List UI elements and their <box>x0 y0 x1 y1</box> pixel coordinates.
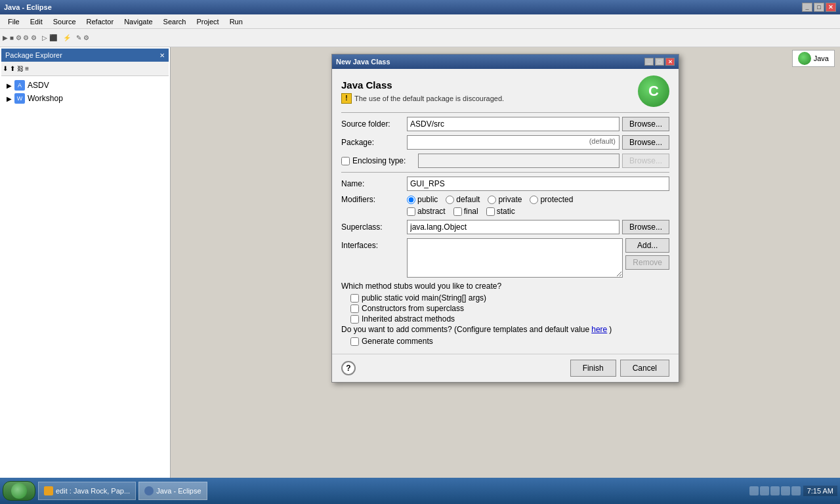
sidebar-toolbar: ⬇ ⬆ ⛓ ≡ <box>1 62 169 76</box>
package-row: Package: (default) Browse... <box>341 135 669 150</box>
modifier-final[interactable]: final <box>453 207 478 216</box>
menu-edit[interactable]: Edit <box>25 16 48 27</box>
menu-source[interactable]: Source <box>48 16 81 27</box>
tray-icon-4 <box>781 486 790 495</box>
interfaces-list[interactable] <box>407 238 623 278</box>
enclosing-type-checkbox[interactable] <box>341 157 350 165</box>
interfaces-add[interactable]: Add... <box>625 238 669 253</box>
help-button[interactable]: ? <box>341 361 356 375</box>
dialog-title-buttons: _ □ ✕ <box>644 58 675 66</box>
menu-search[interactable]: Search <box>158 16 192 27</box>
menu-project[interactable]: Project <box>191 16 224 27</box>
tree-item-asdv-label: ASDV <box>28 81 49 90</box>
dialog-header-title: Java Class <box>341 79 504 91</box>
modifier-abstract-label: abstract <box>417 207 446 216</box>
tree-item-workshop-label: Workshop <box>28 94 63 103</box>
modifier-static-check[interactable] <box>486 207 495 216</box>
stub-constructor-label: Constructors from superclass <box>362 304 464 313</box>
superclass-input[interactable] <box>407 220 620 234</box>
enclosing-type-field <box>418 154 620 168</box>
interfaces-label: Interfaces: <box>341 238 407 250</box>
stub-abstract-check[interactable] <box>350 315 359 324</box>
dialog-close[interactable]: ✕ <box>665 58 675 66</box>
cancel-button[interactable]: Cancel <box>620 360 669 377</box>
separator-2 <box>341 172 669 173</box>
clock: 7:15 AM <box>803 486 837 496</box>
modifier-default[interactable]: default <box>446 195 480 204</box>
name-field <box>407 177 669 191</box>
name-input[interactable] <box>407 177 669 191</box>
finish-button[interactable]: Finish <box>570 360 616 377</box>
package-input[interactable] <box>407 135 620 150</box>
modifier-public-radio[interactable] <box>407 196 415 204</box>
tree-item-workshop[interactable]: ▶ W Workshop <box>4 92 166 105</box>
package-field: (default) <box>407 135 620 150</box>
menu-refactor[interactable]: Refactor <box>81 16 119 27</box>
comments-row: Do you want to add comments? (Configure … <box>341 325 669 334</box>
source-folder-row: Source folder: Browse... <box>341 117 669 131</box>
modifier-protected[interactable]: protected <box>530 195 573 204</box>
dialog-content: Java Class ! The use of the default pack… <box>332 69 679 354</box>
dialog-overlay: New Java Class _ □ ✕ Java Class ! <box>171 47 840 478</box>
interfaces-container: Add... Remove <box>407 238 669 278</box>
package-label: Package: <box>341 138 407 147</box>
enclosing-browse[interactable]: Browse... <box>622 154 669 168</box>
superclass-label: Superclass: <box>341 222 407 232</box>
menu-file[interactable]: File <box>3 16 25 27</box>
dialog-title: New Java Class <box>336 58 644 66</box>
modifier-private[interactable]: private <box>488 195 522 204</box>
modifier-public-label: public <box>417 195 438 204</box>
footer-buttons: Finish Cancel <box>570 360 669 377</box>
here-link[interactable]: here <box>591 325 607 334</box>
sys-tray <box>749 486 801 495</box>
maximize-button[interactable]: □ <box>814 3 824 12</box>
minimize-button[interactable]: _ <box>802 3 812 12</box>
modifier-protected-radio[interactable] <box>530 196 538 204</box>
modifiers-label: Modifiers: <box>341 195 407 204</box>
eclipse-icon <box>144 486 154 495</box>
superclass-field <box>407 220 620 234</box>
start-logo <box>11 483 27 499</box>
modifier-static[interactable]: static <box>486 207 515 216</box>
dialog-maximize[interactable]: □ <box>655 58 664 66</box>
sidebar-header: Package Explorer ✕ <box>1 49 169 62</box>
interfaces-buttons: Add... Remove <box>625 238 669 278</box>
stub-constructor-check[interactable] <box>350 304 359 313</box>
modifier-static-label: static <box>497 207 515 216</box>
package-browse[interactable]: Browse... <box>622 135 669 150</box>
modifier-abstract-check[interactable] <box>407 207 415 216</box>
source-folder-input[interactable] <box>407 117 620 131</box>
modifier-abstract[interactable]: abstract <box>407 207 446 216</box>
menu-navigate[interactable]: Navigate <box>119 16 158 27</box>
menu-run[interactable]: Run <box>224 16 248 27</box>
modifier-protected-label: protected <box>540 195 573 204</box>
tray-icon-5 <box>791 486 801 495</box>
interfaces-remove[interactable]: Remove <box>625 255 669 270</box>
stub-main-check[interactable] <box>350 294 359 303</box>
start-button[interactable] <box>3 481 35 501</box>
sidebar-content: ▶ A ASDV ▶ W Workshop <box>1 76 169 108</box>
dialog-minimize[interactable]: _ <box>644 58 654 66</box>
tray-icon-1 <box>749 486 759 495</box>
superclass-browse[interactable]: Browse... <box>622 220 669 234</box>
modifier-final-check[interactable] <box>453 207 462 216</box>
source-folder-field <box>407 117 620 131</box>
modifiers-row: Modifiers: public default <box>341 195 669 204</box>
enclosing-type-input[interactable] <box>418 154 620 168</box>
sidebar-close[interactable]: ✕ <box>159 52 165 59</box>
enclosing-type-label: Enclosing type: <box>352 156 418 165</box>
source-folder-browse[interactable]: Browse... <box>622 117 669 131</box>
modifier-default-radio[interactable] <box>446 196 454 204</box>
toolbar: ▶ ■ ⚙ ⚙ ⚙ ▷ ⬛ ⚡ ✎ ⚙ <box>0 29 840 47</box>
modifier-public[interactable]: public <box>407 195 438 204</box>
main-area: Package Explorer ✕ ⬇ ⬆ ⛓ ≡ ▶ A ASDV ▶ W … <box>0 47 840 478</box>
tree-item-asdv[interactable]: ▶ A ASDV <box>4 79 166 92</box>
modifier-private-radio[interactable] <box>488 196 496 204</box>
generate-comments-check[interactable] <box>350 337 359 346</box>
new-java-class-dialog: New Java Class _ □ ✕ Java Class ! <box>331 54 679 383</box>
taskbar-item-edit[interactable]: edit : Java Rock, Pap... <box>38 482 136 500</box>
taskbar-item-eclipse[interactable]: Java - Eclipse <box>138 482 207 500</box>
modifier-final-label: final <box>464 207 478 216</box>
dialog-footer: ? Finish Cancel <box>332 354 679 382</box>
close-button[interactable]: ✕ <box>826 3 836 12</box>
